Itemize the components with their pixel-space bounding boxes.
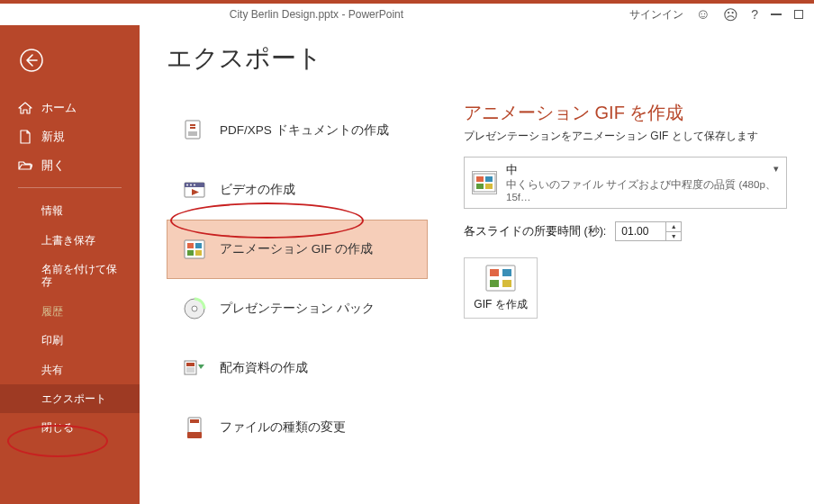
- time-label: 各スライドの所要時間 (秒):: [464, 224, 606, 239]
- sidebar-item-home[interactable]: ホーム: [0, 94, 140, 122]
- svg-rect-25: [476, 176, 484, 182]
- export-gif[interactable]: アニメーション GIF の作成: [167, 220, 428, 279]
- help-button[interactable]: ?: [751, 7, 758, 22]
- detail-heading: アニメーション GIF を作成: [464, 101, 787, 125]
- handouts-icon: [182, 356, 207, 381]
- svg-rect-26: [485, 176, 493, 182]
- export-change-filetype[interactable]: ファイルの種類の変更: [167, 398, 428, 457]
- spin-up-icon[interactable]: ▲: [666, 222, 681, 232]
- export-options-list: PDF/XPS ドキュメントの作成 ビデオの作成 アニメーション GIF の作成: [167, 101, 428, 457]
- smile-feedback-icon[interactable]: ☺: [696, 6, 710, 22]
- sidebar-item-saveas[interactable]: 名前を付けて保存: [0, 255, 140, 297]
- create-gif-label: GIF を作成: [474, 297, 527, 312]
- svg-rect-11: [195, 243, 202, 248]
- svg-point-7: [194, 184, 195, 186]
- sidebar-divider: [18, 187, 122, 188]
- back-button[interactable]: [20, 49, 140, 72]
- page-title: エクスポート: [167, 41, 787, 76]
- svg-rect-12: [187, 250, 194, 256]
- create-gif-button[interactable]: GIF を作成: [464, 257, 538, 319]
- detail-subheading: プレゼンテーションをアニメーション GIF として保存します: [464, 129, 787, 144]
- sidebar-item-info[interactable]: 情報: [0, 196, 140, 225]
- svg-point-5: [186, 184, 188, 186]
- quality-icon: [472, 171, 497, 194]
- pdf-xps-icon: [182, 118, 207, 143]
- sidebar-item-share[interactable]: 共有: [0, 356, 140, 384]
- svg-rect-17: [186, 363, 194, 366]
- sidebar-item-label: 開く: [41, 158, 65, 173]
- sidebar-item-close[interactable]: 閉じる: [0, 413, 140, 442]
- sidebar-item-label: 新規: [41, 130, 65, 144]
- chevron-down-icon: ▾: [773, 163, 779, 175]
- export-item-label: ファイルの種類の変更: [220, 419, 346, 436]
- svg-rect-28: [485, 184, 493, 189]
- window-controls: サインイン ☺ ☹ ?: [629, 6, 810, 23]
- export-item-label: プレゼンテーション パック: [220, 301, 375, 317]
- time-per-slide-row: 各スライドの所要時間 (秒): 01.00 ▲ ▼: [464, 221, 787, 241]
- svg-rect-23: [187, 432, 202, 438]
- sidebar-item-print[interactable]: 印刷: [0, 326, 140, 355]
- sidebar-item-save[interactable]: 上書き保存: [0, 226, 140, 255]
- gif-icon: [182, 237, 207, 262]
- home-icon: [18, 102, 32, 114]
- svg-point-6: [190, 184, 192, 186]
- svg-rect-10: [187, 243, 194, 248]
- svg-rect-27: [476, 184, 484, 189]
- quality-dropdown[interactable]: 中 中くらいのファイル サイズおよび中程度の品質 (480p、15f… ▾: [464, 157, 787, 209]
- content-area: エクスポート PDF/XPS ドキュメントの作成 ビデオの作成: [140, 25, 814, 504]
- signin-link[interactable]: サインイン: [629, 7, 683, 22]
- maximize-button[interactable]: [794, 10, 803, 19]
- svg-rect-33: [502, 280, 511, 287]
- svg-rect-30: [490, 269, 499, 276]
- sidebar-item-new[interactable]: 新規: [0, 122, 140, 151]
- sidebar-item-label: ホーム: [41, 101, 77, 115]
- export-detail-pane: アニメーション GIF を作成 プレゼンテーションをアニメーション GIF とし…: [464, 101, 787, 457]
- svg-rect-2: [188, 131, 197, 136]
- title-bar: City Berlin Design.pptx - PowerPoint サイン…: [0, 0, 814, 25]
- sidebar-item-export[interactable]: エクスポート: [0, 384, 140, 413]
- cd-icon: [182, 296, 207, 321]
- backstage-sidebar: ホーム 新規 開く 情報 上書き保存 名前を付けて保存 履歴 印刷 共有 エクス…: [0, 25, 140, 504]
- svg-rect-13: [195, 250, 202, 256]
- svg-rect-32: [490, 280, 499, 287]
- export-item-label: PDF/XPS ドキュメントの作成: [220, 122, 389, 139]
- export-video[interactable]: ビデオの作成: [167, 160, 428, 220]
- export-item-label: 配布資料の作成: [220, 360, 308, 376]
- export-package[interactable]: プレゼンテーション パック: [167, 279, 428, 338]
- export-handouts[interactable]: 配布資料の作成: [167, 338, 428, 398]
- svg-point-15: [192, 306, 197, 311]
- export-item-label: ビデオの作成: [220, 182, 295, 198]
- change-type-icon: [182, 415, 207, 440]
- svg-rect-31: [502, 269, 511, 276]
- new-file-icon: [18, 130, 32, 144]
- sidebar-item-history: 履歴: [0, 297, 140, 326]
- minimize-button[interactable]: [771, 14, 782, 15]
- frown-feedback-icon[interactable]: ☹: [723, 6, 738, 23]
- time-spinner[interactable]: 01.00 ▲ ▼: [615, 221, 682, 241]
- export-pdf-xps[interactable]: PDF/XPS ドキュメントの作成: [167, 101, 428, 160]
- spin-down-icon[interactable]: ▼: [666, 232, 681, 241]
- time-value[interactable]: 01.00: [616, 222, 666, 240]
- document-title: City Berlin Design.pptx - PowerPoint: [4, 8, 629, 21]
- video-icon: [182, 177, 207, 202]
- gif-button-icon: [485, 265, 516, 292]
- quality-text: 中 中くらいのファイル サイズおよび中程度の品質 (480p、15f…: [506, 163, 779, 202]
- folder-open-icon: [18, 159, 32, 171]
- svg-rect-22: [190, 419, 199, 423]
- export-item-label: アニメーション GIF の作成: [220, 241, 373, 257]
- sidebar-item-open[interactable]: 開く: [0, 151, 140, 180]
